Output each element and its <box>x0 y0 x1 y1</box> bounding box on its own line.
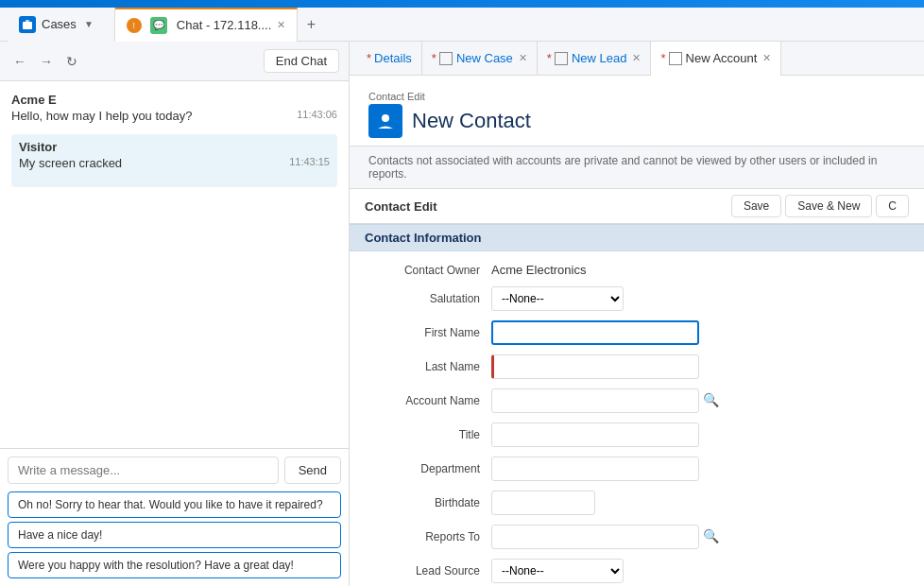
details-modified-marker: * <box>367 51 371 65</box>
new-account-modified-marker: * <box>660 51 665 65</box>
field-row-account-name: Account Name 🔍 <box>368 388 905 413</box>
tab-cases-label: Cases <box>42 17 77 31</box>
new-account-box-icon <box>669 52 682 65</box>
message-text-1: My screen cracked <box>19 156 282 170</box>
last-name-input[interactable] <box>491 354 699 379</box>
forward-button[interactable]: → <box>36 52 57 71</box>
tab-cases[interactable]: Cases ▼ <box>8 8 115 42</box>
field-row-lead-source: Lead Source --None-- Web Phone Inquiry P… <box>368 559 905 583</box>
contact-info-body: Contact Owner Acme Electronics Salutatio… <box>350 251 924 586</box>
message-sender-1: Visitor <box>19 140 330 154</box>
field-salutation: --None-- Mr. Ms. Mrs. Dr. Prof. <box>491 286 905 311</box>
content-tab-new-case-label: New Case <box>456 51 513 65</box>
chat-input-row: Send <box>8 457 341 484</box>
field-row-first-name: First Name <box>368 320 905 345</box>
content-tab-new-account-close[interactable]: ✕ <box>762 52 771 64</box>
field-row-contact-owner: Contact Owner Acme Electronics <box>368 263 905 277</box>
send-button[interactable]: Send <box>284 457 341 484</box>
first-name-input[interactable] <box>491 320 699 345</box>
chat-message-input[interactable] <box>8 457 279 484</box>
tab-chat-label: Chat - 172.118.... <box>177 18 271 32</box>
chat-panel: ← → ↻ End Chat Acme E Hello, how may I h… <box>0 42 350 586</box>
field-row-salutation: Salutation --None-- Mr. Ms. Mrs. Dr. Pro… <box>368 286 905 311</box>
quick-reply-1[interactable]: Have a nice day! <box>8 522 341 548</box>
end-chat-button[interactable]: End Chat <box>264 49 339 73</box>
label-account-name: Account Name <box>368 394 491 407</box>
content-tab-new-account[interactable]: * New Account ✕ <box>651 42 781 76</box>
label-contact-owner: Contact Owner <box>368 264 491 277</box>
label-title: Title <box>368 428 491 441</box>
content-tab-new-lead[interactable]: * New Lead ✕ <box>538 42 652 76</box>
contact-info-section: Contact Information Contact Owner Acme E… <box>350 224 924 586</box>
quick-reply-2[interactable]: Were you happy with the resolution? Have… <box>8 552 341 578</box>
field-department <box>491 457 905 481</box>
reports-to-input[interactable] <box>491 525 699 549</box>
birthdate-input[interactable] <box>491 491 595 515</box>
title-input[interactable] <box>491 422 699 447</box>
message-group-0: Acme E Hello, how may I help you today? … <box>11 93 337 123</box>
label-birthdate: Birthdate <box>368 496 491 509</box>
account-name-input[interactable] <box>491 388 699 413</box>
label-salutation: Salutation <box>368 292 491 305</box>
field-last-name <box>491 354 905 379</box>
refresh-button[interactable]: ↻ <box>62 52 81 71</box>
quick-replies: Oh no! Sorry to hear that. Would you lik… <box>8 491 341 578</box>
new-lead-box-icon <box>555 52 568 65</box>
main-layout: ← → ↻ End Chat Acme E Hello, how may I h… <box>0 42 924 586</box>
reports-to-lookup-icon[interactable]: 🔍 <box>703 528 720 545</box>
label-department: Department <box>368 462 491 475</box>
quick-reply-0[interactable]: Oh no! Sorry to hear that. Would you lik… <box>8 491 341 518</box>
svg-rect-0 <box>23 22 32 29</box>
contact-info-header: Contact Information <box>350 224 924 251</box>
chat-icon: 💬 <box>150 17 167 34</box>
tab-bar: Cases ▼ ! 💬 Chat - 172.118.... ✕ + <box>0 8 924 42</box>
field-title <box>491 422 905 447</box>
content-tab-new-lead-close[interactable]: ✕ <box>632 52 641 64</box>
label-reports-to: Reports To <box>368 530 491 543</box>
cases-icon <box>19 16 36 33</box>
content-tab-details-label: Details <box>374 51 412 65</box>
content-panel: * Details * New Case ✕ * New Lead ✕ * Ne… <box>350 42 924 586</box>
content-tab-new-case[interactable]: * New Case ✕ <box>422 42 538 76</box>
message-bubble-1: My screen cracked 11:43:15 <box>19 156 330 170</box>
field-account-name: 🔍 <box>491 388 905 413</box>
chat-input-area: Send Oh no! Sorry to hear that. Would yo… <box>0 448 349 586</box>
tab-add-button[interactable]: + <box>298 11 324 38</box>
contact-name: New Contact <box>412 109 531 133</box>
salutation-select[interactable]: --None-- Mr. Ms. Mrs. Dr. Prof. <box>491 286 624 311</box>
message-sender-0: Acme E <box>11 93 337 107</box>
contact-page: Contact Edit New Contact Contacts not as… <box>350 76 924 586</box>
message-text-0: Hello, how may I help you today? <box>11 109 289 123</box>
content-tab-new-account-label: New Account <box>686 51 758 65</box>
field-lead-source: --None-- Web Phone Inquiry Partner Refer… <box>491 559 905 583</box>
content-tabs: * Details * New Case ✕ * New Lead ✕ * Ne… <box>350 42 924 76</box>
field-row-birthdate: Birthdate <box>368 491 905 515</box>
contact-owner-value: Acme Electronics <box>491 263 586 277</box>
save-button[interactable]: Save <box>731 195 781 217</box>
contact-header: Contact Edit New Contact <box>350 76 924 146</box>
back-button[interactable]: ← <box>9 52 30 71</box>
chat-toolbar-icons: ← → ↻ <box>9 52 264 71</box>
content-tab-details[interactable]: * Details <box>357 42 422 76</box>
field-row-title: Title <box>368 422 905 447</box>
department-input[interactable] <box>491 457 699 481</box>
chat-messages: Acme E Hello, how may I help you today? … <box>0 81 349 448</box>
new-lead-modified-marker: * <box>547 51 552 65</box>
contact-notice: Contacts not associated with accounts ar… <box>350 146 924 189</box>
field-birthdate <box>491 491 905 515</box>
tab-chat[interactable]: ! 💬 Chat - 172.118.... ✕ <box>115 8 298 42</box>
chat-toolbar: ← → ↻ End Chat <box>0 42 349 81</box>
message-time-1: 11:43:15 <box>289 156 330 167</box>
content-tab-new-case-close[interactable]: ✕ <box>519 52 527 64</box>
contact-avatar <box>368 104 402 138</box>
cancel-button[interactable]: C <box>876 195 909 217</box>
tab-chat-close[interactable]: ✕ <box>277 19 285 31</box>
section-toolbar: Contact Edit Save Save & New C <box>350 189 924 224</box>
cases-dropdown-icon[interactable]: ▼ <box>80 16 97 33</box>
field-reports-to: 🔍 <box>491 525 905 549</box>
account-name-lookup-icon[interactable]: 🔍 <box>703 392 720 409</box>
lead-source-select[interactable]: --None-- Web Phone Inquiry Partner Refer… <box>491 559 624 583</box>
svg-rect-1 <box>26 20 29 23</box>
save-new-button[interactable]: Save & New <box>785 195 872 217</box>
message-bubble-0: Hello, how may I help you today? 11:43:0… <box>11 109 337 123</box>
